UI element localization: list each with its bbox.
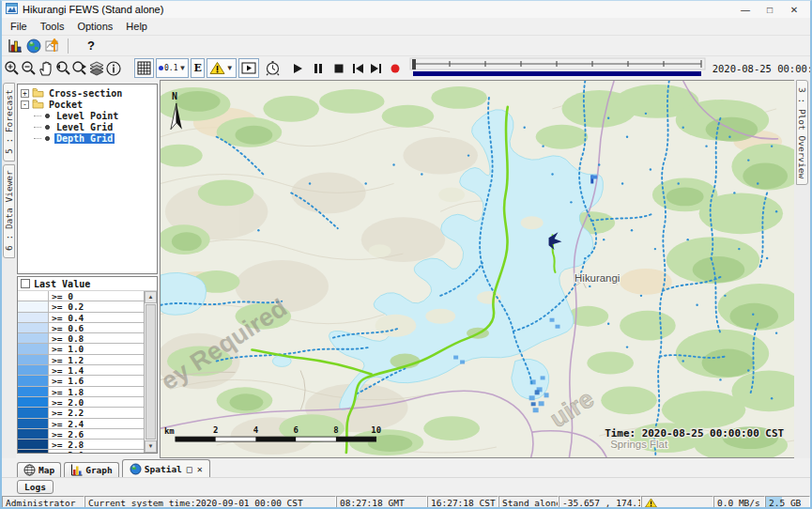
scroll-thumb[interactable] xyxy=(146,304,156,440)
close-button[interactable]: ✕ xyxy=(782,5,806,15)
play-button[interactable] xyxy=(292,59,303,78)
tab-logs[interactable]: Logs xyxy=(17,480,54,494)
thresholds-dropdown[interactable]: ▼ xyxy=(207,58,237,78)
tree-item-pocket[interactable]: - Pocket xyxy=(21,99,157,110)
expand-icon[interactable]: + xyxy=(21,89,29,98)
legend-label: >= 1.2 xyxy=(49,355,144,364)
collapse-icon[interactable]: - xyxy=(21,100,29,109)
logs-row: Logs xyxy=(2,477,810,496)
map-toolbar: 0.1▼ E ▼ 2020-08-25 00:00:00 CST xyxy=(2,55,810,80)
menu-help[interactable]: Help xyxy=(119,20,154,33)
time-slider[interactable] xyxy=(408,57,707,80)
svg-text:2: 2 xyxy=(213,425,218,435)
labels-toggle-button[interactable]: E xyxy=(191,58,204,78)
help-button[interactable]: ? xyxy=(87,39,95,53)
tab-spatial[interactable]: Spatial □ ✕ xyxy=(122,459,210,477)
timer-icon[interactable] xyxy=(265,59,281,78)
legend-label: >= 2.6 xyxy=(49,429,144,439)
layer-bullet-icon xyxy=(45,136,50,141)
legend-swatch xyxy=(18,429,49,439)
zoom-next-icon[interactable] xyxy=(71,59,88,78)
legend-label: >= 0 xyxy=(49,291,144,301)
class-break-value: 0.1 xyxy=(164,64,177,72)
svg-text:km: km xyxy=(164,426,175,436)
pause-button[interactable] xyxy=(313,59,324,78)
zoom-out-icon[interactable] xyxy=(21,59,38,78)
menu-options[interactable]: Options xyxy=(70,20,119,33)
tree-item-cross-section[interactable]: + Cross-section xyxy=(21,87,157,99)
zoom-previous-icon[interactable] xyxy=(54,59,71,78)
tree-item-level-grid[interactable]: Level Grid xyxy=(21,121,157,132)
chevron-down-icon: ▼ xyxy=(178,64,186,72)
legend-swatch xyxy=(18,313,49,322)
legend-label: >= 2.2 xyxy=(49,408,144,417)
tab-map[interactable]: Map xyxy=(17,462,61,477)
tab-forecast[interactable]: 5 : Forecast xyxy=(3,83,15,162)
warning-triangle-icon xyxy=(209,61,225,75)
tab-graph[interactable]: Graph xyxy=(64,462,119,477)
layers-icon[interactable] xyxy=(88,59,105,78)
import-chart-icon[interactable] xyxy=(43,37,62,55)
legend-row: >= 1.2 xyxy=(18,355,144,365)
legend-label: >= 2.0 xyxy=(49,397,144,407)
legend-row: >= 0.6 xyxy=(18,323,144,333)
legend-label: >= 0.6 xyxy=(49,323,144,332)
legend-header: Last Value xyxy=(18,277,157,291)
tree-connector xyxy=(34,127,41,128)
maximize-button[interactable]: □ xyxy=(758,5,782,15)
grid-toggle-button[interactable] xyxy=(134,58,154,78)
restore-panel-icon[interactable]: □ xyxy=(187,464,192,474)
app-icon xyxy=(6,3,18,16)
legend-swatch xyxy=(18,291,49,301)
layer-bullet-icon xyxy=(45,114,50,118)
legend-label: >= 0.8 xyxy=(49,333,144,343)
zoom-in-icon[interactable] xyxy=(4,59,21,78)
tree-item-depth-grid[interactable]: Depth Grid xyxy=(21,132,157,144)
left-tab-strip: 5 : Forecast 6 : Data Viewer xyxy=(2,80,16,458)
stop-button[interactable] xyxy=(333,59,345,78)
layer-tree: + Cross-section - Pocket Level Point Lev… xyxy=(17,84,158,274)
menu-tools[interactable]: Tools xyxy=(34,20,71,33)
last-value-checkbox[interactable] xyxy=(21,279,30,288)
title-bar: Hikurangi FEWS (Stand alone) — □ ✕ xyxy=(2,1,810,18)
map-canvas[interactable]: ey Required uire N Hikurangi Springs Fla… xyxy=(161,81,794,457)
menu-file[interactable]: File xyxy=(4,20,34,33)
pan-hand-icon[interactable] xyxy=(38,59,54,78)
scroll-down-icon[interactable]: ▼ xyxy=(145,440,157,453)
map-view[interactable]: ey Required uire N Hikurangi Springs Fla… xyxy=(160,80,794,458)
tab-data-viewer[interactable]: 6 : Data Viewer xyxy=(3,164,15,258)
first-frame-button[interactable] xyxy=(352,59,364,78)
legend-label: >= 1.0 xyxy=(49,344,144,353)
svg-text:N: N xyxy=(172,91,177,101)
database-chart-icon[interactable] xyxy=(6,37,24,55)
status-warning-cell[interactable] xyxy=(641,496,713,509)
legend-row: >= 3.0 xyxy=(18,450,144,453)
svg-text:10: 10 xyxy=(371,425,381,435)
legend-swatch xyxy=(18,419,49,428)
record-button[interactable] xyxy=(390,59,401,78)
legend-panel: Last Value >= 0 >= 0.2 >= 0.4 >= 0.6 >= … xyxy=(17,276,158,454)
class-break-dropdown[interactable]: 0.1▼ xyxy=(156,58,189,78)
tree-item-level-point[interactable]: Level Point xyxy=(21,110,157,121)
legend-scrollbar[interactable]: ▲ ▼ xyxy=(145,291,157,453)
minimize-button[interactable]: — xyxy=(733,5,758,15)
tree-connector xyxy=(34,138,41,139)
info-icon[interactable] xyxy=(105,59,122,78)
chevron-down-icon: ▼ xyxy=(226,64,234,72)
legend-row: >= 0.8 xyxy=(18,333,144,344)
spatial-globe-icon[interactable] xyxy=(24,37,43,55)
scroll-up-icon[interactable]: ▲ xyxy=(145,291,157,303)
status-gmt-time: 08:27:18 GMT xyxy=(336,496,427,509)
status-user: Administrator xyxy=(2,496,84,509)
window-title: Hikurangi FEWS (Stand alone) xyxy=(23,4,733,15)
legend-row: >= 0.4 xyxy=(18,313,144,323)
legend-swatch xyxy=(18,397,49,407)
animation-button[interactable] xyxy=(238,58,259,78)
last-frame-button[interactable] xyxy=(370,59,382,78)
legend-label: >= 0.2 xyxy=(49,301,144,311)
tab-plot-overview[interactable]: 3 : Plot Overview xyxy=(796,80,808,185)
close-panel-icon[interactable]: ✕ xyxy=(197,464,203,474)
tree-connector xyxy=(34,116,41,116)
legend-row: >= 1.0 xyxy=(18,344,144,354)
legend-swatch xyxy=(18,387,49,396)
